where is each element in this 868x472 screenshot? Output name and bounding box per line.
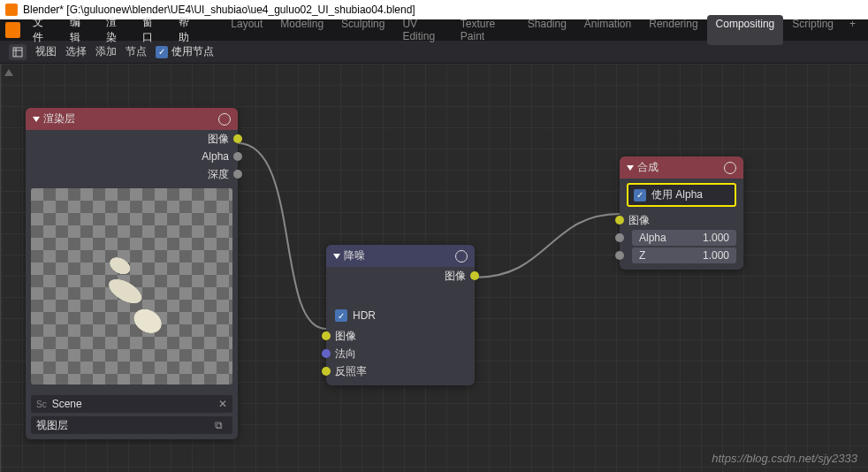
menu-window[interactable]: 窗口 bbox=[135, 15, 170, 45]
use-nodes-label: 使用节点 bbox=[171, 44, 214, 59]
scene-select[interactable]: Sc Scene ✕ bbox=[31, 395, 232, 413]
socket-icon[interactable] bbox=[322, 367, 331, 376]
socket-icon[interactable] bbox=[615, 251, 624, 260]
node-title: 渲染层 bbox=[43, 111, 75, 126]
main-menubar: 文件 编辑 渲染 窗口 帮助 Layout Modeling Sculpting… bbox=[0, 19, 868, 41]
socket-in-normal: 法向 bbox=[326, 345, 475, 362]
menu-edit[interactable]: 编辑 bbox=[63, 15, 97, 45]
tab-compositing[interactable]: Compositing bbox=[707, 15, 784, 45]
menu-file[interactable]: 文件 bbox=[26, 15, 60, 45]
z-value-field[interactable]: Z1.000 bbox=[632, 247, 736, 263]
socket-icon[interactable] bbox=[470, 271, 479, 280]
toolbar-view[interactable]: 视图 bbox=[35, 44, 57, 59]
scene-name: Scene bbox=[52, 398, 82, 410]
tab-uv-editing[interactable]: UV Editing bbox=[393, 15, 451, 45]
hdr-checkbox[interactable]: ✓ HDR bbox=[326, 304, 475, 327]
socket-out-alpha: Alpha bbox=[26, 148, 238, 165]
socket-in-image: 图像 bbox=[326, 327, 475, 345]
tab-animation[interactable]: Animation bbox=[575, 15, 640, 45]
node-title: 合成 bbox=[637, 160, 659, 175]
socket-in-image: 图像 bbox=[620, 211, 743, 229]
watermark-text: https://blog.csdn.net/sjy2333 bbox=[712, 452, 857, 465]
use-alpha-checkbox[interactable]: ✓ 使用 Alpha bbox=[627, 183, 736, 207]
socket-icon[interactable] bbox=[322, 331, 331, 340]
use-alpha-label: 使用 Alpha bbox=[651, 187, 703, 202]
layers-icon[interactable]: ⧉ bbox=[215, 419, 227, 431]
clear-icon[interactable]: ✕ bbox=[218, 398, 227, 410]
tab-modeling[interactable]: Modeling bbox=[271, 15, 332, 45]
use-nodes-checkbox[interactable]: ✓ 使用节点 bbox=[156, 44, 214, 59]
socket-icon[interactable] bbox=[233, 152, 242, 161]
tab-layout[interactable]: Layout bbox=[222, 15, 271, 45]
node-denoise[interactable]: 降噪 图像 ✓ HDR 图像 法向 反照率 bbox=[326, 245, 475, 385]
tab-add-workspace[interactable]: + bbox=[842, 15, 863, 45]
socket-in-z: Z1.000 bbox=[620, 247, 743, 264]
tab-texture-paint[interactable]: Texture Paint bbox=[452, 15, 519, 45]
collapse-icon[interactable] bbox=[627, 165, 634, 171]
socket-out-image: 图像 bbox=[326, 267, 475, 285]
alpha-value-field[interactable]: Alpha1.000 bbox=[632, 230, 736, 246]
socket-icon[interactable] bbox=[615, 233, 624, 242]
socket-icon[interactable] bbox=[615, 216, 624, 225]
scene-icon: Sc bbox=[36, 400, 47, 409]
check-icon: ✓ bbox=[634, 189, 646, 202]
tab-shading[interactable]: Shading bbox=[519, 15, 575, 45]
node-composite[interactable]: 合成 ✓ 使用 Alpha 图像 Alpha1.000 Z1.000 bbox=[620, 156, 743, 270]
preview-toggle-icon[interactable] bbox=[455, 250, 468, 263]
node-header[interactable]: 降噪 bbox=[326, 245, 475, 267]
editor-type-icon[interactable] bbox=[9, 44, 27, 60]
tab-rendering[interactable]: Rendering bbox=[640, 15, 706, 45]
socket-icon[interactable] bbox=[233, 170, 242, 179]
tab-sculpting[interactable]: Sculpting bbox=[332, 15, 393, 45]
node-editor-canvas[interactable]: 渲染层 图像 Alpha 深度 Sc Scene ✕ 视图层 ⧉ 降噪 图像 ✓ bbox=[0, 64, 868, 472]
node-render-layers[interactable]: 渲染层 图像 Alpha 深度 Sc Scene ✕ 视图层 ⧉ bbox=[26, 108, 238, 439]
toolbar-add[interactable]: 添加 bbox=[95, 44, 117, 59]
menu-help[interactable]: 帮助 bbox=[171, 15, 206, 45]
viewlayer-select[interactable]: 视图层 ⧉ bbox=[31, 416, 232, 434]
hdr-label: HDR bbox=[353, 309, 376, 322]
app-logo-icon bbox=[5, 22, 20, 38]
socket-icon[interactable] bbox=[233, 134, 242, 143]
check-icon: ✓ bbox=[156, 46, 168, 58]
check-icon: ✓ bbox=[335, 309, 347, 322]
tab-scripting[interactable]: Scripting bbox=[783, 15, 842, 45]
workspace-tabs: Layout Modeling Sculpting UV Editing Tex… bbox=[222, 15, 863, 45]
node-title: 降噪 bbox=[344, 248, 365, 263]
svg-rect-0 bbox=[13, 48, 22, 57]
scroll-up-icon[interactable] bbox=[4, 69, 13, 76]
socket-out-depth: 深度 bbox=[26, 165, 238, 183]
socket-in-alpha: Alpha1.000 bbox=[620, 229, 743, 247]
socket-out-image: 图像 bbox=[26, 130, 238, 148]
window-title: Blender* [G:\guluonew\blender\UE4\UI_shu… bbox=[23, 4, 415, 16]
collapse-icon[interactable] bbox=[333, 254, 340, 259]
blender-logo-icon bbox=[5, 4, 18, 16]
socket-icon[interactable] bbox=[322, 349, 331, 358]
preview-toggle-icon[interactable] bbox=[218, 113, 231, 126]
viewlayer-name: 视图层 bbox=[36, 418, 68, 433]
toolbar-node[interactable]: 节点 bbox=[126, 44, 147, 59]
socket-in-albedo: 反照率 bbox=[326, 362, 475, 380]
render-preview bbox=[31, 188, 232, 384]
collapse-icon[interactable] bbox=[33, 117, 40, 122]
menu-render[interactable]: 渲染 bbox=[99, 15, 133, 45]
node-header[interactable]: 渲染层 bbox=[26, 108, 238, 130]
toolbar-select[interactable]: 选择 bbox=[65, 44, 87, 59]
preview-toggle-icon[interactable] bbox=[724, 162, 736, 174]
node-header[interactable]: 合成 bbox=[620, 156, 743, 179]
